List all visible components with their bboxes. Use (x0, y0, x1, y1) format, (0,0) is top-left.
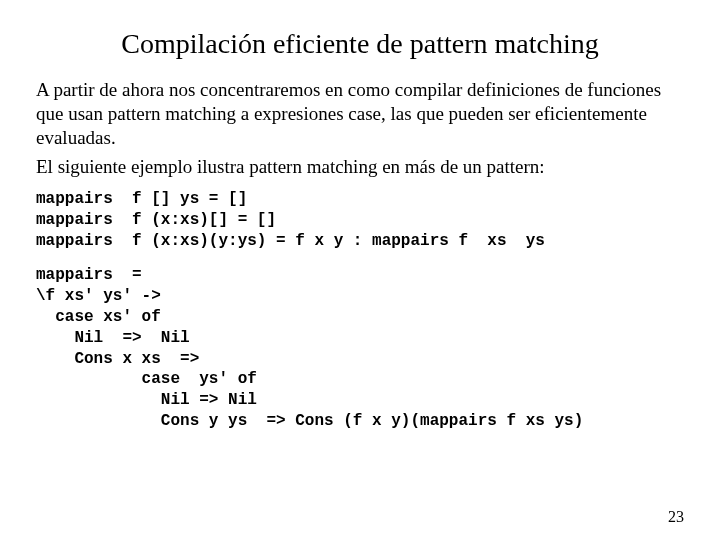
page-number: 23 (668, 508, 684, 526)
paragraph-2: El siguiente ejemplo ilustra pattern mat… (36, 155, 684, 179)
paragraph-1: A partir de ahora nos concentraremos en … (36, 78, 684, 149)
code-block-1: mappairs f [] ys = [] mappairs f (x:xs)[… (36, 189, 684, 251)
slide: Compilación eficiente de pattern matchin… (0, 0, 720, 540)
slide-title: Compilación eficiente de pattern matchin… (36, 28, 684, 60)
code-block-2: mappairs = \f xs' ys' -> case xs' of Nil… (36, 265, 684, 431)
